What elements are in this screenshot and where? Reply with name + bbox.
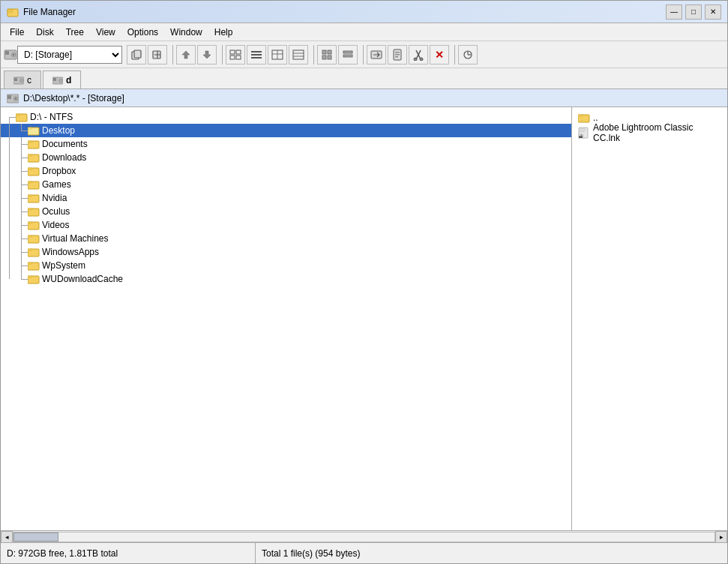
vm-v-connector bbox=[4, 232, 16, 245]
downloads-folder-icon bbox=[28, 152, 40, 163]
menu-view[interactable]: View bbox=[90, 26, 121, 39]
winapps-branch-connector bbox=[16, 245, 28, 259]
tree-item-oculus-label: Oculus bbox=[42, 206, 70, 217]
oculus-folder-icon bbox=[28, 206, 40, 217]
tree-root-item[interactable]: D:\ - NTFS bbox=[1, 110, 571, 124]
tree-item-dropbox-label: Dropbox bbox=[42, 166, 76, 176]
tree-item-documents[interactable]: Documents bbox=[1, 137, 571, 151]
svg-text:..: .. bbox=[580, 117, 583, 122]
root-connector bbox=[4, 110, 16, 124]
tree-item-desktop[interactable]: Desktop bbox=[1, 124, 571, 137]
games-folder-icon bbox=[28, 179, 40, 190]
tree-item-videos-label: Videos bbox=[42, 220, 69, 230]
tree-item-oculus[interactable]: Oculus bbox=[1, 205, 571, 218]
tree-item-wudownloadcache[interactable]: WUDownloadCache bbox=[1, 272, 571, 286]
svg-point-35 bbox=[414, 58, 417, 61]
svg-rect-23 bbox=[328, 50, 331, 54]
tree-root-folder bbox=[16, 112, 28, 122]
tree-item-virtual-machines[interactable]: Virtual Machines bbox=[1, 232, 571, 245]
title-bar-left: File Manager bbox=[7, 6, 76, 18]
menu-window[interactable]: Window bbox=[164, 26, 208, 39]
up-entry-label: .. bbox=[593, 112, 598, 123]
menu-options[interactable]: Options bbox=[121, 26, 164, 39]
toolbar-view1-btn[interactable] bbox=[226, 45, 245, 64]
toolbar-view3-btn[interactable] bbox=[268, 45, 287, 64]
wudc-branch-connector bbox=[16, 272, 28, 286]
tree-item-games-label: Games bbox=[42, 179, 71, 190]
h-scrollbar-track[interactable] bbox=[13, 532, 715, 542]
minimize-button[interactable]: — bbox=[666, 4, 682, 20]
vm-branch-connector bbox=[16, 232, 28, 245]
tree-item-videos[interactable]: Videos bbox=[1, 218, 571, 232]
tab-d[interactable]: d bbox=[43, 70, 81, 88]
svg-rect-7 bbox=[134, 50, 141, 58]
svg-rect-68 bbox=[580, 131, 585, 132]
tree-item-dropbox[interactable]: Dropbox bbox=[1, 164, 571, 178]
toolbar-view6-btn[interactable] bbox=[338, 45, 358, 64]
tree-item-downloads[interactable]: Downloads bbox=[1, 151, 571, 164]
root-folder-icon bbox=[16, 112, 28, 122]
maximize-button[interactable]: □ bbox=[685, 4, 702, 20]
tab-c[interactable]: c bbox=[4, 70, 41, 88]
close-button[interactable]: ✕ bbox=[705, 4, 721, 20]
nvidia-folder-icon bbox=[28, 193, 40, 203]
tree-pane[interactable]: D:\ - NTFS Desktop bbox=[1, 107, 572, 530]
wpsystem-folder-wrap bbox=[28, 260, 40, 271]
toolbar-btn-3[interactable] bbox=[176, 45, 196, 64]
documents-folder-icon bbox=[28, 139, 40, 149]
tree-item-games[interactable]: Games bbox=[1, 178, 571, 191]
videos-branch-connector bbox=[16, 218, 28, 232]
toolbar-delete-btn[interactable]: ✕ bbox=[430, 45, 449, 64]
oculus-branch-connector bbox=[16, 205, 28, 218]
tree-item-documents-label: Documents bbox=[42, 139, 88, 149]
toolbar-view2-btn[interactable] bbox=[247, 45, 266, 64]
menu-file[interactable]: File bbox=[4, 26, 30, 39]
svg-rect-12 bbox=[236, 56, 241, 59]
toolbar-view5-btn[interactable] bbox=[317, 45, 337, 64]
svg-rect-10 bbox=[236, 50, 241, 54]
path-drive-icon bbox=[7, 93, 19, 104]
toolbar-copy-btn[interactable] bbox=[127, 45, 146, 64]
h-scrollbar-thumb[interactable] bbox=[13, 532, 58, 542]
tree-item-desktop-label: Desktop bbox=[42, 125, 75, 136]
tree-item-vm-label: Virtual Machines bbox=[42, 233, 109, 244]
tree-item-wpsystem[interactable]: WpSystem bbox=[1, 259, 571, 272]
file-item-lightroom[interactable]: Adobe Lightroom Classic CC.lnk bbox=[572, 125, 727, 140]
scroll-right-btn[interactable]: ▸ bbox=[715, 531, 727, 543]
toolbar-sep-4 bbox=[361, 45, 364, 64]
toolbar-view4-btn[interactable] bbox=[289, 45, 308, 64]
games-folder-wrap bbox=[28, 179, 40, 190]
tree-item-windowsapps-label: WindowsApps bbox=[42, 247, 99, 257]
tree-item-wpsystem-label: WpSystem bbox=[42, 260, 85, 271]
drive-dropdown[interactable]: D: [Storage] bbox=[17, 46, 122, 64]
toolbar-paste-btn[interactable] bbox=[388, 45, 407, 64]
toolbar-btn-4[interactable] bbox=[197, 45, 217, 64]
menu-disk[interactable]: Disk bbox=[30, 26, 59, 39]
svg-rect-13 bbox=[251, 51, 262, 52]
tree-item-nvidia[interactable]: Nvidia bbox=[1, 191, 571, 205]
h-scrollbar-area[interactable]: ◂ ▸ bbox=[1, 530, 727, 542]
file-pane[interactable]: .. .. Adobe bbox=[572, 107, 727, 530]
svg-point-5 bbox=[13, 54, 14, 56]
wpsystem-branch-connector bbox=[16, 259, 28, 272]
downloads-branch-connector bbox=[16, 151, 28, 164]
scroll-left-btn[interactable]: ◂ bbox=[1, 531, 13, 543]
toolbar-sep-5 bbox=[452, 45, 455, 64]
menu-tree[interactable]: Tree bbox=[60, 26, 90, 39]
toolbar-cut-btn[interactable] bbox=[409, 45, 428, 64]
svg-rect-44 bbox=[53, 78, 56, 81]
toolbar-copy2-btn[interactable] bbox=[367, 45, 386, 64]
file-lightroom-label: Adobe Lightroom Classic CC.lnk bbox=[593, 122, 721, 143]
toolbar-tools-btn[interactable] bbox=[458, 45, 478, 64]
svg-rect-27 bbox=[343, 55, 352, 57]
toolbar-move-btn[interactable] bbox=[148, 45, 167, 64]
wpsystem-folder-icon bbox=[28, 260, 40, 271]
winapps-v-connector bbox=[4, 245, 16, 259]
videos-folder-icon bbox=[28, 220, 40, 230]
drive-selector[interactable]: D: [Storage] bbox=[4, 46, 122, 64]
tree-item-windowsapps[interactable]: WindowsApps bbox=[1, 245, 571, 259]
toolbar-sep-2 bbox=[220, 45, 223, 64]
svg-point-45 bbox=[59, 79, 63, 82]
menu-help[interactable]: Help bbox=[208, 26, 239, 39]
svg-rect-41 bbox=[14, 78, 17, 81]
